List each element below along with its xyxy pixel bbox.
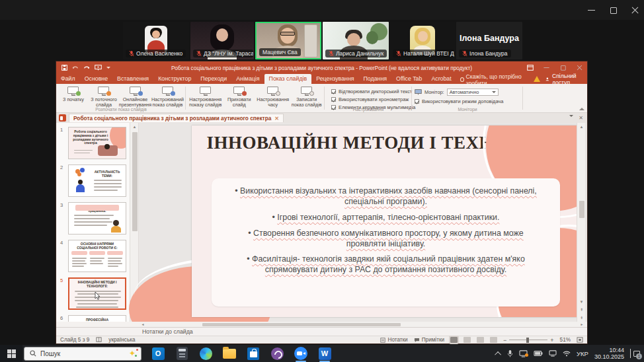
language-switcher[interactable]: УКР [577,350,588,357]
normal-view-button[interactable] [450,337,458,343]
tray-wifi-icon[interactable] [563,351,571,357]
slide-content-box[interactable]: Використання візуальних та інтерактивних… [212,178,560,307]
thumbnail-slide-4[interactable]: 4 ОСНОВНІ НАПРЯМИ СОЦІАЛЬНОЇ РОБОТИ Є: [59,240,127,272]
tab-acrobat[interactable]: Acrobat [426,74,456,84]
ppt-minimize-icon[interactable] [543,65,549,70]
participant-tile-active-speaker[interactable]: Мацевич Єва [255,22,321,59]
close-icon[interactable] [631,7,639,14]
spellcheck-icon[interactable] [96,337,102,343]
fit-to-window-icon[interactable] [577,337,583,343]
tab-view[interactable]: Подання [359,74,392,84]
notification-center-icon[interactable]: 1 [630,349,640,358]
tab-review[interactable]: Рецензування [311,74,358,84]
save-icon[interactable] [61,65,67,71]
warning-icon[interactable] [534,76,540,82]
maximize-icon[interactable] [610,7,617,14]
taskbar-search-input[interactable]: Пошук ✦ [24,347,141,361]
ppt-maximize-icon[interactable] [560,65,565,70]
canvas-horizontal-scrollbar[interactable]: ◄ ► [140,322,585,327]
next-slide-icon[interactable]: ⇟ [577,314,586,322]
notes-pane[interactable]: Нотатки до слайда [56,327,587,336]
participant-tile[interactable]: Наталя Шуй ВТЕІ ДТЕУ [390,22,455,59]
comments-button[interactable]: Примітки [414,337,444,343]
taskbar-edge-icon[interactable] [198,346,213,361]
setup-slideshow-button[interactable]: Настроювання показу слайдів [188,86,222,108]
tell-me-box[interactable]: Скажіть, що потрібно зробити... [456,74,534,84]
thumbnail-slide-5-selected[interactable]: 5 ІННОВАЦІЙНІ МЕТОДИ І ТЕХНОЛОГІЇ: [59,277,127,310]
tab-slideshow[interactable]: Показ слайдів [264,74,312,84]
redo-icon[interactable] [83,65,90,71]
notes-button[interactable]: Нотатки [380,337,407,343]
custom-slideshow-button[interactable]: Настроюваний показ слайдів [152,86,183,108]
rehearse-timings-button[interactable]: Настроювання часу [256,86,290,108]
tab-animations[interactable]: Анімація [231,74,264,84]
ribbon-options-icon[interactable] [527,65,534,71]
current-slide[interactable]: ІННОВАЦІЙНІ МЕТОДИ І ТЕХНОЛОГІЇ: Викорис… [192,126,582,317]
slide-sorter-view-button[interactable] [463,337,471,343]
qat-dropdown-icon[interactable] [106,67,110,69]
zoom-slider[interactable]: − + [503,337,554,344]
participant-tile[interactable]: Лариса Данильчук [323,22,389,59]
tab-transitions[interactable]: Переходи [196,74,231,84]
ppt-close-icon[interactable] [577,65,582,70]
hide-slide-button[interactable]: Приховати слайд [223,86,255,108]
scroll-up-icon[interactable]: ▲ [577,123,586,131]
tray-battery-icon[interactable] [534,351,543,356]
undo-icon[interactable] [72,65,79,71]
document-tab[interactable]: Робота соціального працівника з дітьми з… [69,114,284,122]
tab-list-dropdown-icon[interactable] [569,115,573,117]
taskbar-file-explorer-icon[interactable] [222,346,237,361]
thumbnail-slide-2[interactable]: 2 АКТУАЛЬНІСТЬ ТЕМИ: [59,164,127,197]
presenter-view-checkbox[interactable]: Використовувати режим доповідача [415,98,520,104]
scroll-right-icon[interactable]: ► [579,322,585,327]
present-online-button[interactable]: Онлайнове презентування [120,86,151,108]
taskbar-word-icon[interactable]: W [317,346,332,361]
tray-cast-icon[interactable] [549,350,557,357]
close-all-tabs-icon[interactable]: ✕ [579,115,583,121]
participant-tile[interactable]: Ілона Бандура Ілона Бандура [456,22,522,59]
hidden-icons-chevron[interactable] [495,351,501,357]
thumbnail-slide-3[interactable]: 3 Роль соціального працівника: [59,202,127,235]
zoom-in-icon[interactable]: + [550,337,553,344]
monitor-dropdown[interactable]: Автоматично [447,89,499,96]
previous-slide-icon[interactable]: ⇞ [577,306,586,314]
language-indicator[interactable]: українська [108,337,135,343]
participant-tile[interactable]: Олена Василенко [123,22,189,59]
clock[interactable]: 10:44 30.10.2025 [594,347,624,360]
record-slideshow-button[interactable]: Записати показ слайдів [291,86,322,108]
zoom-level[interactable]: 51% [560,337,571,343]
tray-mic-icon[interactable] [507,349,513,357]
zoom-out-icon[interactable]: − [503,337,506,344]
start-slideshow-icon[interactable] [95,65,102,71]
play-narrations-checkbox[interactable]: Відтворювати дикторський текст [331,89,405,94]
minimize-icon[interactable] [588,7,595,14]
tab-file[interactable]: Файл [56,74,80,84]
scroll-down-icon[interactable]: ▼ [577,298,586,306]
taskbar-calculator-icon[interactable] [175,346,189,361]
thumbnail-slide-6[interactable]: 6 ПРОФЕСІЙНА КОМПЕТЕНТНІСТЬ ФАХІВЦЯ: [59,315,127,322]
close-document-tab-icon[interactable]: ✕ [274,116,279,122]
reading-view-button[interactable] [477,337,484,343]
taskbar-viber-icon[interactable] [270,346,284,361]
canvas-vertical-scrollbar[interactable]: ▲ ▼ ⇞ ⇟ [577,123,585,322]
tab-design[interactable]: Конструктор [153,74,196,84]
thumbnail-slide-1[interactable]: 1 Робота соціального працівника з дітьми… [59,127,127,159]
taskbar-outlook-icon[interactable]: O [151,346,165,361]
slideshow-view-button[interactable] [490,337,497,343]
collapse-ribbon-icon[interactable] [579,108,584,110]
from-current-slide-button[interactable]: З поточного слайда [89,86,118,108]
participant-tile[interactable]: ДЗ "ЛНУ ім. Тараса Ш... [190,22,254,59]
taskbar-store-icon[interactable] [246,346,261,361]
zoom-slider-thumb[interactable] [526,338,529,343]
tab-office-tab[interactable]: Office Tab [391,74,426,84]
tab-home[interactable]: Основне [80,74,112,84]
tab-insert[interactable]: Вставлення [112,74,153,84]
scroll-left-icon[interactable]: ◄ [140,322,146,327]
use-timings-checkbox[interactable]: Використовувати хронометраж [331,96,405,102]
scroll-up-icon[interactable]: ▲ [130,123,139,131]
taskbar-zoom-icon[interactable] [294,346,308,361]
start-button[interactable] [0,345,22,362]
from-beginning-button[interactable]: З початку [59,86,88,108]
copilot-sparkle-icon[interactable]: ✦ [129,349,136,358]
tray-screen-share-icon[interactable] [519,350,528,357]
